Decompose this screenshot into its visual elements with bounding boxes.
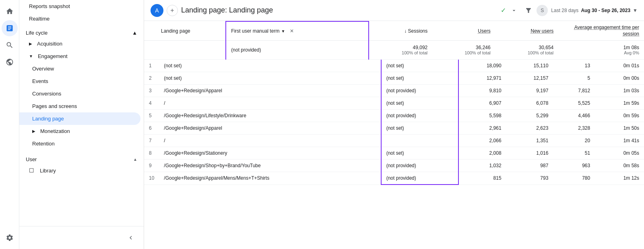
- cell-new-users: 963: [553, 160, 595, 172]
- cell-fum: (not provided): [381, 85, 458, 97]
- cell-sessions: 18,090: [458, 60, 506, 72]
- collapse-sidebar-btn[interactable]: [124, 231, 137, 244]
- cell-new-users: 2,328: [553, 122, 595, 135]
- cell-landing-page: (not set): [159, 60, 381, 72]
- add-comparison-btn[interactable]: +: [167, 5, 178, 16]
- sidebar-item-landing-page[interactable]: Landing page: [19, 112, 140, 125]
- cell-num: 4: [144, 97, 159, 110]
- filter-icon-btn[interactable]: [522, 4, 535, 17]
- main-content: A + Landing page: Landing page ✓ S Last …: [144, 0, 644, 249]
- cell-landing-page: /Google+Redesign/Apparel: [159, 85, 381, 97]
- cell-users: 793: [506, 172, 553, 185]
- top-bar: A + Landing page: Landing page ✓ S Last …: [144, 0, 644, 21]
- cell-landing-page: /Google+Redesign/Shop+by+Brand/YouTube: [159, 160, 381, 172]
- cell-num: 3: [144, 85, 159, 97]
- cell-fum: (not set): [381, 122, 458, 135]
- sidebar-item-realtime[interactable]: Realtime: [19, 12, 144, 25]
- engagement-expand-arrow: ▼: [29, 54, 33, 58]
- cell-new-users: 5: [553, 72, 595, 85]
- cell-avg: 0m 01s: [595, 60, 644, 72]
- cell-num: 6: [144, 122, 159, 135]
- lifecycle-section-header[interactable]: Life cycle ▲: [19, 25, 144, 37]
- cell-sessions: 2,008: [458, 147, 506, 160]
- sidebar-item-library[interactable]: ☐ Library: [19, 164, 144, 177]
- cell-sessions: 1,032: [458, 160, 506, 172]
- total-landing-page: [156, 41, 226, 60]
- user-section-header[interactable]: User ▲: [19, 151, 144, 164]
- table-row: 7 / 2,066 1,351 20 1m 41s: [144, 135, 644, 147]
- analytics-icon[interactable]: [2, 20, 18, 36]
- cell-avg: 0m 00s: [595, 72, 644, 85]
- cell-sessions: 9,810: [458, 85, 506, 97]
- fum-filter-chevron[interactable]: ▼: [281, 29, 285, 33]
- left-panel: Reports snapshot Realtime Life cycle ▲ ▶…: [19, 0, 144, 249]
- cell-sessions: 815: [458, 172, 506, 185]
- sidebar-item-pages-screens[interactable]: Pages and screens: [19, 100, 144, 112]
- table-row: 4 / (not set) 6,907 6,078 5,525 1m 59s: [144, 97, 644, 110]
- cell-users: 6,078: [506, 97, 553, 110]
- avatar[interactable]: A: [151, 4, 163, 17]
- date-range-chevron[interactable]: ▼: [633, 8, 638, 13]
- table-row: 5 /Google+Redesign/Lifestyle/Drinkware (…: [144, 110, 644, 122]
- cell-users: 12,157: [506, 72, 553, 85]
- sidebar-item-events[interactable]: Events: [19, 75, 144, 87]
- sidebar-item-overview[interactable]: Overview: [19, 62, 144, 75]
- table-area: Landing page First user manual term ▼ ✕ …: [144, 21, 644, 249]
- cell-fum: (not provided): [381, 110, 458, 122]
- sidebar-item-retention[interactable]: Retention: [19, 137, 144, 150]
- cell-sessions: 5,598: [458, 110, 506, 122]
- cell-fum: [381, 135, 458, 147]
- total-fum: (not provided): [226, 41, 369, 60]
- fum-close-btn[interactable]: ✕: [290, 28, 294, 34]
- cell-sessions: 2,961: [458, 122, 506, 135]
- audience-icon[interactable]: [2, 54, 18, 70]
- cell-fum: (not provided): [381, 160, 458, 172]
- user-section-chevron: ▲: [133, 157, 137, 162]
- cell-fum: (not provided): [381, 172, 458, 185]
- cell-num: 8: [144, 147, 159, 160]
- cell-avg: 0m 05s: [595, 147, 644, 160]
- sidebar-item-acquisition[interactable]: ▶ Acquisition: [19, 37, 144, 50]
- date-range: Last 28 days Aug 30 - Sep 26, 2023 ▼: [551, 8, 638, 13]
- settings-icon[interactable]: [2, 230, 18, 246]
- cell-new-users: 51: [553, 147, 595, 160]
- cell-new-users: 13: [553, 60, 595, 72]
- cell-landing-page: /Google+Redesign/Apparel: [159, 122, 381, 135]
- total-avg-engagement: 1m 08s Avg 0%: [558, 41, 644, 60]
- sidebar-item-monetization[interactable]: ▶ Monetization: [19, 125, 144, 137]
- cell-sessions: 6,907: [458, 97, 506, 110]
- cell-avg: 1m 12s: [595, 172, 644, 185]
- date-range-value: Aug 30 - Sep 26, 2023: [581, 8, 630, 13]
- cell-users: 5,299: [506, 110, 553, 122]
- title-dropdown-btn[interactable]: [508, 4, 520, 17]
- col-users[interactable]: Users: [432, 21, 495, 41]
- compare-badge[interactable]: S: [537, 5, 548, 16]
- search-icon[interactable]: [2, 37, 18, 53]
- table-row: 10 /Google+Redesign/Apparel/Mens/Mens+T+…: [144, 172, 644, 185]
- col-first-user-manual-term[interactable]: First user manual term ▼ ✕: [226, 21, 369, 41]
- cell-landing-page: /Google+Redesign/Lifestyle/Drinkware: [159, 110, 381, 122]
- table-row: 8 /Google+Redesign/Stationery (not set) …: [144, 147, 644, 160]
- sidebar-item-engagement[interactable]: ▼ Engagement: [19, 50, 144, 62]
- status-checkmark-icon: ✓: [501, 6, 506, 14]
- cell-users: 2,623: [506, 122, 553, 135]
- table-header-row: Landing page First user manual term ▼ ✕ …: [144, 21, 644, 41]
- cell-users: 1,351: [506, 135, 553, 147]
- total-users: 36,246 100% of total: [432, 41, 495, 60]
- col-sessions[interactable]: ↓ Sessions: [369, 21, 432, 41]
- cell-fum: (not set): [381, 147, 458, 160]
- col-landing-page: Landing page: [156, 21, 226, 41]
- sidebar-item-conversions[interactable]: Conversions: [19, 87, 144, 100]
- home-icon[interactable]: [2, 3, 18, 19]
- cell-users: 9,197: [506, 85, 553, 97]
- cell-avg: 1m 59s: [595, 97, 644, 110]
- cell-num: 10: [144, 172, 159, 185]
- library-icon: ☐: [29, 167, 34, 174]
- cell-users: 987: [506, 160, 553, 172]
- cell-users: 15,110: [506, 60, 553, 72]
- col-new-users[interactable]: New users: [495, 21, 558, 41]
- total-row: (not provided) 49,092 100% of total 36,2…: [144, 41, 644, 60]
- col-avg-engagement[interactable]: Average engagement time per session: [558, 21, 644, 41]
- table-row: 9 /Google+Redesign/Shop+by+Brand/YouTube…: [144, 160, 644, 172]
- sidebar-item-reports-snapshot[interactable]: Reports snapshot: [19, 0, 144, 12]
